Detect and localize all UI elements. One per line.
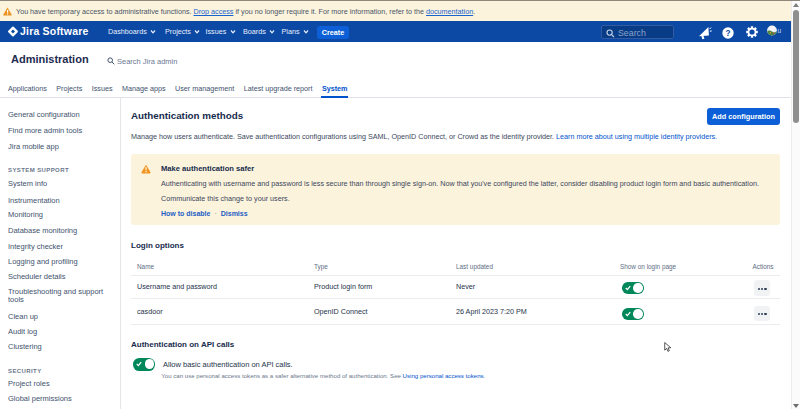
svg-text:u: u [777, 28, 781, 35]
svg-text:?: ? [725, 29, 730, 38]
